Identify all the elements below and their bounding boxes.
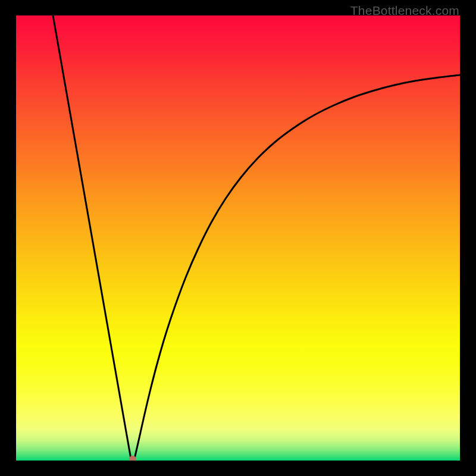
watermark-text: TheBottleneck.com — [350, 4, 459, 18]
chart-background — [16, 15, 460, 461]
chart-svg — [16, 15, 460, 461]
